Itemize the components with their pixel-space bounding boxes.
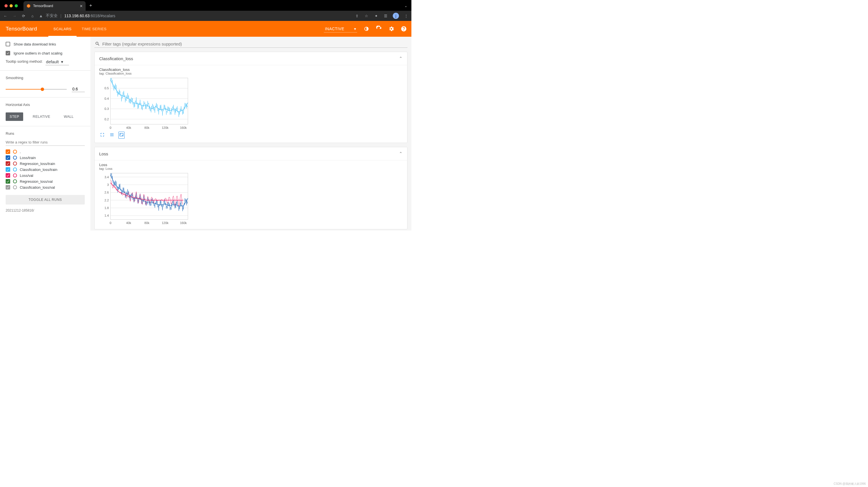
new-tab-button[interactable]: ＋ bbox=[88, 3, 93, 8]
run-checkbox-icon bbox=[6, 161, 10, 166]
toggle-log-icon[interactable] bbox=[109, 132, 115, 139]
tag-filter[interactable] bbox=[94, 40, 407, 48]
browser-toolbar: ← → ⟳ ⌂ ▲ 不安全 | 113.198.60.63:6018/#scal… bbox=[0, 11, 411, 21]
svg-text:2.2: 2.2 bbox=[104, 199, 109, 202]
help-icon[interactable] bbox=[401, 26, 407, 32]
plugin-selector[interactable]: INACTIVE ▾ bbox=[324, 25, 357, 32]
run-color-ring-icon bbox=[13, 156, 17, 160]
ignore-outliers-checkbox[interactable]: Ignore outliers in chart scaling bbox=[6, 51, 85, 55]
main-panel: Classfication_loss ⌃ Classfication_loss … bbox=[90, 37, 411, 230]
svg-text:1.8: 1.8 bbox=[104, 206, 109, 209]
scalar-card: Loss ⌃ Loss tag: Loss 1.41.82.22.633.404… bbox=[94, 147, 407, 229]
extensions-icon[interactable]: ✦ bbox=[374, 13, 379, 19]
run-label: Loss/val bbox=[20, 173, 33, 178]
chart-plot: 0.20.30.40.5040k80k120k160k bbox=[99, 76, 190, 130]
run-color-ring-icon bbox=[13, 185, 17, 189]
collapse-icon[interactable]: ⌃ bbox=[399, 151, 403, 156]
runs-filter-input[interactable] bbox=[6, 139, 85, 146]
url-path: /#scalars bbox=[99, 13, 115, 18]
run-checkbox-icon bbox=[6, 167, 10, 172]
back-button[interactable]: ← bbox=[3, 13, 8, 19]
run-label: Classfication_loss/val bbox=[20, 185, 55, 190]
haxis-relative-button[interactable]: RELATIVE bbox=[29, 112, 54, 121]
address-bar[interactable]: ▲ 不安全 | 113.198.60.63:6018/#scalars bbox=[39, 13, 350, 19]
tensorboard-icon bbox=[26, 4, 31, 8]
svg-text:80k: 80k bbox=[144, 221, 150, 225]
share-icon[interactable]: ⇪ bbox=[354, 13, 360, 19]
show-download-checkbox[interactable]: Show data download links bbox=[6, 42, 85, 46]
run-row[interactable]: Loss/val bbox=[6, 173, 85, 178]
run-checkbox-icon bbox=[6, 185, 10, 190]
svg-text:160k: 160k bbox=[180, 221, 187, 225]
haxis-step-button[interactable]: STEP bbox=[6, 112, 23, 121]
smoothing-input[interactable] bbox=[72, 86, 85, 92]
card-header[interactable]: Classfication_loss ⌃ bbox=[95, 52, 407, 65]
run-checkbox-icon bbox=[6, 155, 10, 160]
tooltip-sort-label: Tooltip sorting method: bbox=[6, 59, 43, 64]
forward-button: → bbox=[12, 13, 17, 19]
url-port: :6018 bbox=[90, 13, 99, 18]
svg-text:120k: 120k bbox=[162, 221, 168, 225]
tab-scalars[interactable]: SCALARS bbox=[48, 21, 76, 37]
header-tabs: SCALARS TIME SERIES bbox=[48, 21, 112, 37]
scalar-card: Classfication_loss ⌃ Classfication_loss … bbox=[94, 52, 407, 143]
expand-chart-icon[interactable] bbox=[99, 132, 105, 139]
card-header[interactable]: Loss ⌃ bbox=[95, 147, 407, 160]
toggle-all-runs-button[interactable]: TOGGLE ALL RUNS bbox=[6, 195, 85, 204]
run-color-ring-icon bbox=[13, 180, 17, 183]
tab-time-series[interactable]: TIME SERIES bbox=[76, 21, 112, 37]
tag-filter-input[interactable] bbox=[102, 41, 407, 46]
smoothing-label: Smoothing bbox=[6, 76, 85, 80]
refresh-icon[interactable] bbox=[376, 26, 382, 32]
reading-list-icon[interactable]: ☰ bbox=[383, 13, 388, 19]
app-title: TensorBoard bbox=[6, 26, 37, 32]
fit-domain-icon[interactable] bbox=[118, 132, 125, 139]
run-row[interactable]: Regression_loss/val bbox=[6, 179, 85, 184]
svg-text:120k: 120k bbox=[162, 126, 168, 129]
browser-tab[interactable]: TensorBoard ✕ bbox=[24, 1, 86, 11]
run-row[interactable]: Classfication_loss/train bbox=[6, 167, 85, 172]
haxis-wall-button[interactable]: WALL bbox=[60, 112, 78, 121]
bookmark-icon[interactable]: ☆ bbox=[364, 13, 369, 19]
svg-text:80k: 80k bbox=[144, 126, 150, 129]
svg-rect-13 bbox=[111, 78, 188, 124]
run-row[interactable]: Regression_loss/train bbox=[6, 161, 85, 166]
run-row[interactable]: Loss/train bbox=[6, 155, 85, 160]
minimize-window-icon[interactable] bbox=[10, 4, 13, 7]
chart-title: Loss bbox=[99, 163, 403, 167]
run-timestamp: 20211212-185816/ bbox=[6, 208, 85, 213]
menu-icon[interactable]: ⋮ bbox=[403, 13, 409, 19]
chart-plot: 1.41.82.22.633.4040k80k120k160k bbox=[99, 171, 190, 225]
run-color-ring-icon bbox=[13, 173, 17, 177]
svg-text:160k: 160k bbox=[180, 126, 187, 129]
svg-text:0.2: 0.2 bbox=[104, 118, 109, 121]
collapse-icon[interactable]: ⌃ bbox=[399, 56, 403, 61]
run-checkbox-icon bbox=[6, 173, 10, 178]
tabs-overflow-icon[interactable]: ⌄ bbox=[404, 4, 407, 8]
theme-toggle-icon[interactable] bbox=[363, 26, 370, 32]
sidebar: Show data download links Ignore outliers… bbox=[0, 37, 90, 230]
tooltip-sort-select[interactable]: default ▾ bbox=[45, 59, 69, 65]
run-color-ring-icon bbox=[13, 150, 17, 154]
ignore-outliers-label: Ignore outliers in chart scaling bbox=[13, 51, 62, 55]
run-row[interactable]: . bbox=[6, 150, 85, 154]
svg-text:0.3: 0.3 bbox=[104, 107, 109, 110]
profile-avatar[interactable]: j bbox=[393, 13, 399, 19]
smoothing-slider[interactable] bbox=[6, 89, 67, 90]
run-color-ring-icon bbox=[13, 162, 17, 166]
runs-label: Runs bbox=[6, 131, 85, 136]
reload-button[interactable]: ⟳ bbox=[21, 13, 26, 19]
dropdown-arrow-icon: ▾ bbox=[354, 27, 356, 31]
maximize-window-icon[interactable] bbox=[15, 4, 18, 7]
run-row[interactable]: Classfication_loss/val bbox=[6, 185, 85, 190]
settings-icon[interactable] bbox=[388, 26, 395, 32]
home-button[interactable]: ⌂ bbox=[30, 13, 35, 19]
horizontal-axis-label: Horizontal Axis bbox=[6, 102, 85, 107]
plugin-selector-label: INACTIVE bbox=[325, 27, 344, 31]
close-window-icon[interactable] bbox=[4, 4, 8, 7]
checkbox-checked-icon bbox=[6, 51, 10, 55]
svg-rect-17 bbox=[120, 133, 123, 136]
svg-text:1.4: 1.4 bbox=[104, 214, 109, 217]
window-controls[interactable] bbox=[4, 4, 18, 7]
close-tab-icon[interactable]: ✕ bbox=[80, 4, 83, 8]
